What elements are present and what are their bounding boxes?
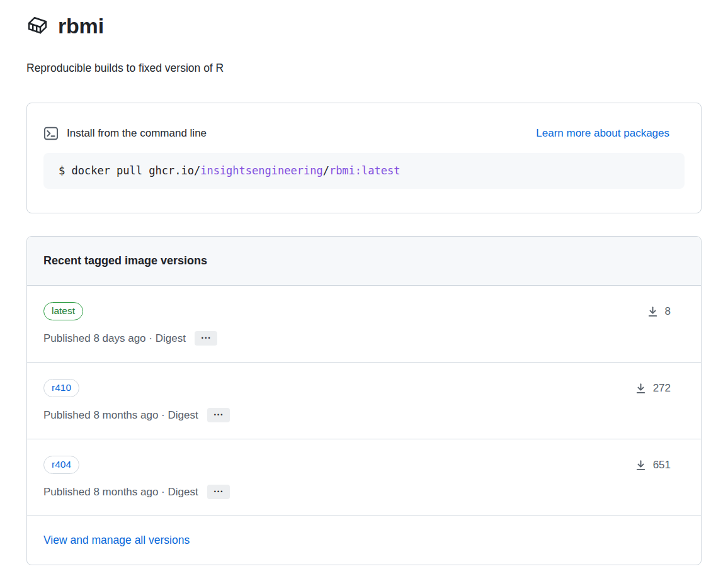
version-tag-latest[interactable]: latest	[43, 302, 83, 320]
version-meta: Published 8 months ago · Digest	[43, 409, 198, 422]
page-title: rbmi	[58, 14, 104, 38]
digest-expander-button[interactable]: •••	[207, 408, 230, 422]
version-row: latest Published 8 days ago · Digest •••…	[27, 286, 701, 363]
view-all-versions-link[interactable]: View and manage all versions	[43, 534, 190, 546]
digest-expander-button[interactable]: •••	[195, 331, 217, 346]
command-segment-owner: insightsengineering	[200, 164, 322, 177]
version-tag-r404[interactable]: r404	[43, 456, 79, 474]
version-tag-r410[interactable]: r410	[43, 379, 79, 397]
install-heading: Install from the command line	[67, 127, 207, 140]
versions-card: Recent tagged image versions latest Publ…	[26, 236, 702, 565]
version-info: r404 Published 8 months ago · Digest •••	[43, 456, 230, 499]
command-segment-slash: /	[323, 164, 329, 177]
version-meta: Published 8 days ago · Digest	[43, 332, 186, 345]
download-count: 8	[665, 305, 671, 318]
download-icon	[635, 383, 647, 395]
download-count-group: 8	[647, 305, 671, 318]
digest-expander-button[interactable]: •••	[207, 485, 230, 499]
download-icon	[635, 459, 647, 471]
container-icon	[26, 15, 48, 37]
versions-footer: View and manage all versions	[27, 516, 701, 565]
download-icon	[647, 306, 659, 318]
version-row: r410 Published 8 months ago · Digest •••…	[27, 363, 701, 439]
version-meta: Published 8 months ago · Digest	[43, 486, 198, 499]
install-heading-group: Install from the command line	[43, 126, 207, 141]
install-command: $ docker pull ghcr.io/insightsengineerin…	[43, 153, 685, 189]
version-info: latest Published 8 days ago · Digest •••	[43, 302, 217, 346]
version-meta-row: Published 8 days ago · Digest •••	[43, 331, 217, 346]
versions-heading: Recent tagged image versions	[27, 237, 701, 286]
package-page: rbmi Reproducible builds to fixed versio…	[0, 0, 728, 565]
terminal-icon	[43, 126, 59, 141]
download-count-group: 272	[635, 382, 671, 395]
version-row: r404 Published 8 months ago · Digest •••…	[27, 439, 701, 516]
download-count: 272	[653, 382, 671, 395]
command-segment: $ docker pull ghcr.io/	[59, 164, 200, 177]
package-description: Reproducible builds to fixed version of …	[26, 61, 702, 76]
version-info: r410 Published 8 months ago · Digest •••	[43, 379, 230, 422]
command-segment-image-tag: rbmi:latest	[329, 164, 401, 177]
learn-more-link[interactable]: Learn more about packages	[536, 127, 669, 140]
install-card: Install from the command line Learn more…	[26, 103, 702, 213]
package-header: rbmi	[26, 14, 702, 38]
install-header-row: Install from the command line Learn more…	[43, 126, 685, 141]
download-count: 651	[653, 459, 671, 471]
version-meta-row: Published 8 months ago · Digest •••	[43, 408, 230, 422]
version-meta-row: Published 8 months ago · Digest •••	[43, 485, 230, 499]
download-count-group: 651	[635, 459, 671, 471]
